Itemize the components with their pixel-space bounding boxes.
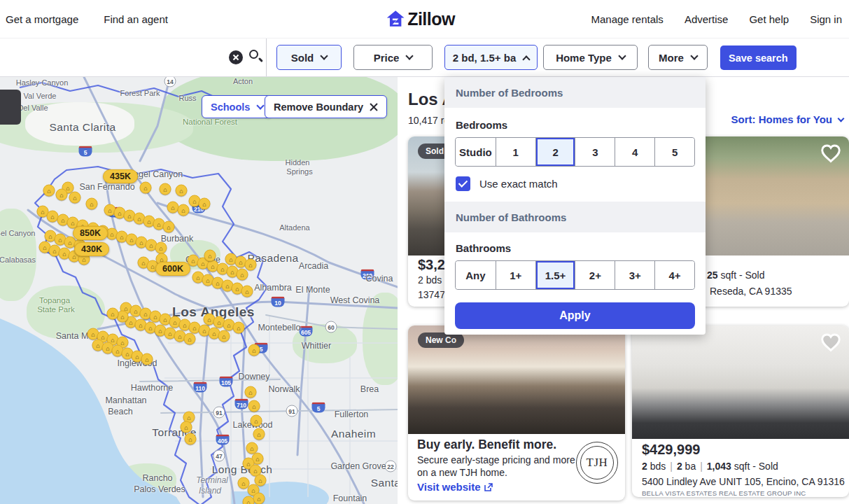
filter-chip-sold[interactable]: Sold [276,45,342,70]
filter-bar: SoldPrice2 bd, 1.5+ baHome TypeMore Save… [0,38,849,77]
search-box [0,38,267,76]
sort-label: Sort: Homes for You [731,113,832,125]
remove-boundary-button[interactable]: Remove Boundary [265,95,387,118]
save-search-button[interactable]: Save search [720,46,797,70]
map-price-pill-430k[interactable]: 430K [74,242,109,256]
highway-shield-5: 5 [79,146,92,157]
sort-dropdown[interactable]: Sort: Homes for You [731,113,843,125]
facts-separator: | [696,461,707,472]
map-edge-control[interactable] [0,90,21,125]
map-listing-marker[interactable]: ⌂ [69,192,81,204]
filter-chip-label: More [659,52,684,64]
nav-link-get-help[interactable]: Get help [749,13,789,25]
listing-card-encino[interactable]: $429,999 2 bds|2 ba|1,043 sqft - Sold 54… [632,326,849,497]
facts-value: 1,043 [707,461,731,472]
map-listing-marker[interactable]: ⌂ [251,415,262,427]
nav-link-advertise[interactable]: Advertise [685,13,729,25]
map-listing-marker[interactable]: ⌂ [185,433,197,445]
bedrooms-option-3[interactable]: 3 [575,138,615,166]
filter-chip-label: Sold [291,52,314,64]
exact-match-checkbox-row[interactable]: Use exact match [456,176,558,191]
ad-card-tjh[interactable]: New Co Buy early. Benefit more. Secure e… [408,326,625,500]
schools-button[interactable]: Schools [202,95,272,118]
visit-website-link[interactable]: Visit website [417,481,493,493]
bathrooms-section-header: Number of Bathrooms [444,202,706,232]
map-listing-marker[interactable]: ⌂ [141,354,153,365]
listing-photo[interactable] [632,326,849,439]
bedrooms-option-studio[interactable]: Studio [456,138,496,166]
map-listing-marker[interactable]: ⌂ [241,286,253,298]
map-listing-marker[interactable]: ⌂ [253,493,265,504]
highway-shield-10: 10 [272,297,285,307]
map-listing-marker[interactable]: ⌂ [204,250,216,262]
map-price-pill-435k[interactable]: 435K [103,169,138,183]
visit-website-label: Visit website [417,481,481,493]
map-listing-marker[interactable]: ⌂ [178,204,190,216]
search-icon[interactable] [249,50,258,59]
map-canvas[interactable]: 1452104052101060560511010571091915405472… [0,77,398,504]
nav-link-get-a-mortgage[interactable]: Get a mortgage [6,13,78,25]
beds-baths-popover: Number of Bedrooms Bedrooms Studio12345 … [444,77,706,335]
facts-value: 2 [677,461,682,472]
map-roads-boundary [0,77,398,504]
highway-shield-210: 210 [361,270,374,280]
map-listing-marker[interactable]: ⌂ [233,322,245,334]
map-listing-marker[interactable]: ⌂ [248,400,260,412]
filter-chip-home-type[interactable]: Home Type [543,45,638,70]
favorite-heart-icon[interactable] [820,331,842,356]
map-listing-marker[interactable]: ⌂ [163,221,175,233]
map-listing-marker[interactable]: ⌂ [43,185,55,197]
map-listing-marker[interactable]: ⌂ [248,344,260,356]
map-listing-marker[interactable]: ⌂ [56,189,68,201]
facts-unit: bds [647,461,666,472]
listing-address: 5400 Lindley Ave UNIT 105, Encino, CA 91… [642,476,845,487]
map-listing-marker[interactable]: ⌂ [140,182,152,194]
filter-chip-2-bd-1.5+-ba[interactable]: 2 bd, 1.5+ ba [444,45,538,70]
highway-shield-60: 60 [325,321,337,333]
map-listing-marker[interactable]: ⌂ [176,185,188,197]
bedrooms-option-5[interactable]: 5 [654,138,694,166]
map-listing-marker[interactable]: ⌂ [199,198,211,210]
map-listing-marker[interactable]: ⌂ [86,198,98,210]
map-listing-marker[interactable]: ⌂ [218,330,230,342]
favorite-heart-icon[interactable] [820,142,842,167]
bathrooms-option-4+[interactable]: 4+ [654,261,694,289]
map-listing-marker[interactable]: ⌂ [245,259,257,271]
bathrooms-option-any[interactable]: Any [456,261,496,289]
nav-link-sign-in[interactable]: Sign in [810,13,842,25]
clear-search-icon[interactable] [229,50,243,64]
filter-chip-more[interactable]: More [648,45,708,70]
zillow-logo-text: Zillow [407,9,455,29]
close-icon [370,103,378,111]
map-listing-marker[interactable]: ⌂ [184,333,196,345]
bathrooms-option-2+[interactable]: 2+ [575,261,615,289]
listing-facts: 2 bds|2 ba|1,043 sqft - Sold [642,461,778,472]
nav-link-find-an-agent[interactable]: Find an agent [104,13,168,25]
zillow-logo[interactable]: Zillow [386,0,455,38]
bathrooms-option-1.5+[interactable]: 1.5+ [535,261,575,289]
bedrooms-option-2[interactable]: 2 [535,138,575,166]
bathrooms-option-3+[interactable]: 3+ [615,261,654,289]
map-listing-marker[interactable]: ⌂ [245,386,257,398]
apply-button[interactable]: Apply [455,302,695,329]
search-input[interactable] [7,47,217,68]
map-price-pill-850k[interactable]: 850K [73,226,108,240]
bathrooms-option-1+[interactable]: 1+ [496,261,535,289]
highway-shield-22: 22 [385,461,397,472]
highway-shield-47: 47 [213,450,225,462]
filter-chip-label: Price [374,52,400,64]
bedrooms-option-1[interactable]: 1 [496,138,535,166]
external-link-icon [484,483,493,491]
map-listing-marker[interactable]: ⌂ [160,183,171,195]
map-listing-marker[interactable]: ⌂ [253,428,265,440]
nav-link-manage-rentals[interactable]: Manage rentals [591,13,663,25]
map-listing-marker[interactable]: ⌂ [107,308,119,320]
bedrooms-option-4[interactable]: 4 [615,138,654,166]
map-listing-marker[interactable]: ⌂ [181,421,192,433]
filter-chip-price[interactable]: Price [353,45,433,70]
map-listing-marker[interactable]: ⌂ [155,242,167,254]
map-listing-marker[interactable]: ⌂ [243,496,255,504]
map-listing-marker[interactable]: ⌂ [237,269,248,281]
checkbox-checked-icon[interactable] [456,176,470,191]
map-price-pill-600k[interactable]: 600K [155,262,190,276]
